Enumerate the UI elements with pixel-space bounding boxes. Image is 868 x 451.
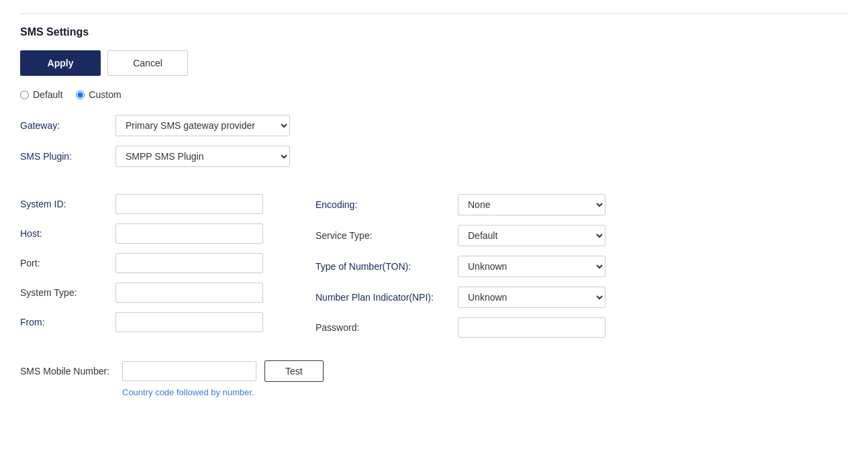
system-type-input[interactable] — [115, 283, 263, 303]
encoding-row: Encoding: None UTF-8 UTF-16 — [316, 194, 651, 215]
system-id-label: System ID: — [20, 199, 107, 209]
password-input[interactable] — [458, 317, 606, 338]
host-label: Host: — [20, 228, 107, 239]
service-type-select[interactable]: Default CMT CPT — [458, 225, 606, 246]
sms-mobile-input[interactable] — [122, 361, 256, 381]
service-type-label: Service Type: — [316, 230, 450, 241]
sms-mobile-row: SMS Mobile Number: Test — [20, 360, 848, 382]
sms-plugin-select[interactable]: SMPP SMS Plugin Other Plugin — [115, 146, 290, 167]
npi-label: Number Plan Indicator(NPI): — [316, 292, 450, 303]
port-input[interactable] — [115, 253, 263, 273]
radio-default-label[interactable]: Default — [20, 89, 62, 100]
left-column: System ID: Host: Port: System Type: From… — [20, 194, 275, 347]
radio-group: Default Custom — [20, 89, 848, 100]
npi-select[interactable]: Unknown ISDN Data — [458, 287, 606, 308]
from-input[interactable] — [115, 312, 263, 332]
ton-row: Type of Number(TON): Unknown Internation… — [316, 256, 651, 277]
system-id-input[interactable] — [115, 194, 263, 214]
service-type-row: Service Type: Default CMT CPT — [316, 225, 651, 246]
page-title: SMS Settings — [20, 26, 848, 38]
ton-label: Type of Number(TON): — [316, 261, 450, 272]
radio-default-text: Default — [33, 89, 62, 100]
main-grid: System ID: Host: Port: System Type: From… — [20, 194, 848, 347]
sms-plugin-row: SMS Plugin: SMPP SMS Plugin Other Plugin — [20, 146, 848, 167]
host-row: Host: — [20, 223, 275, 244]
system-id-row: System ID: — [20, 194, 275, 214]
system-type-label: System Type: — [20, 287, 107, 298]
system-type-row: System Type: — [20, 283, 275, 303]
radio-custom[interactable] — [76, 91, 85, 99]
password-label: Password: — [316, 322, 450, 333]
radio-custom-text: Custom — [89, 89, 121, 100]
radio-default[interactable] — [20, 91, 29, 99]
encoding-label: Encoding: — [316, 199, 450, 210]
sms-mobile-label: SMS Mobile Number: — [20, 366, 114, 377]
port-row: Port: — [20, 253, 275, 273]
password-row: Password: — [316, 317, 651, 338]
port-label: Port: — [20, 258, 107, 268]
button-row: Apply Cancel — [20, 50, 848, 76]
radio-custom-label[interactable]: Custom — [76, 89, 121, 100]
ton-select[interactable]: Unknown International National — [458, 256, 606, 277]
npi-row: Number Plan Indicator(NPI): Unknown ISDN… — [316, 287, 651, 308]
from-row: From: — [20, 312, 275, 332]
test-button[interactable]: Test — [264, 360, 324, 382]
bottom-section: SMS Mobile Number: Test Country code fol… — [20, 360, 848, 397]
gateway-label: Gateway: — [20, 120, 107, 131]
apply-button[interactable]: Apply — [20, 50, 101, 76]
gateway-row: Gateway: Primary SMS gateway provider Se… — [20, 115, 848, 136]
gateway-section: Gateway: Primary SMS gateway provider Se… — [20, 115, 848, 167]
host-input[interactable] — [115, 223, 263, 244]
from-label: From: — [20, 317, 107, 328]
cancel-button[interactable]: Cancel — [107, 50, 188, 76]
sms-plugin-label: SMS Plugin: — [20, 151, 107, 162]
gateway-select[interactable]: Primary SMS gateway provider Secondary S… — [115, 115, 290, 136]
encoding-select[interactable]: None UTF-8 UTF-16 — [458, 194, 606, 215]
right-column: Encoding: None UTF-8 UTF-16 Service Type… — [316, 194, 651, 347]
hint-text: Country code followed by number. — [122, 387, 848, 397]
